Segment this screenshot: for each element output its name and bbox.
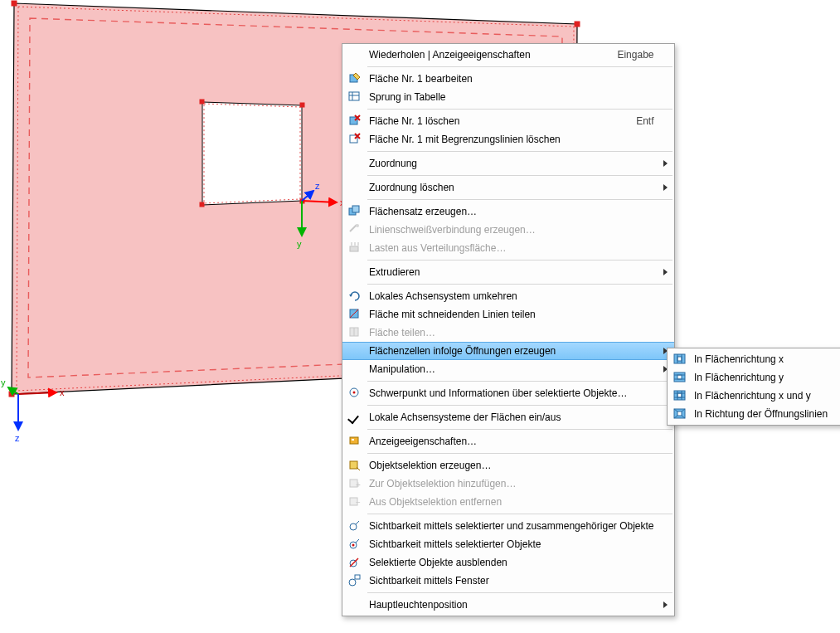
svg-rect-21	[349, 92, 359, 100]
submenu-dir-x[interactable]: In Flächenrichtung x	[668, 350, 840, 368]
svg-text:x: x	[60, 387, 65, 397]
menu-create-cells[interactable]: Flächenzellen infolge Öffnungen erzeugen	[342, 342, 674, 360]
svg-rect-7	[200, 202, 204, 207]
edit-surface-icon	[346, 70, 364, 88]
split-surface-icon	[346, 305, 364, 324]
remove-selection-icon: −	[346, 493, 364, 511]
cells-y-icon	[671, 368, 689, 387]
menu-hide-selected[interactable]: Selektierte Objekte ausblenden	[342, 553, 674, 572]
reverse-axes-icon	[346, 287, 364, 305]
cells-opening-icon	[671, 405, 689, 423]
menu-visibility-selected[interactable]: Sichtbarkeit mittels selektierter Objekt…	[342, 535, 674, 553]
svg-text:−: −	[356, 498, 361, 507]
svg-point-35	[353, 392, 356, 394]
svg-point-50	[349, 579, 356, 586]
svg-rect-57	[677, 375, 682, 379]
load-area-icon	[346, 239, 364, 257]
obj-selection-icon	[346, 456, 364, 475]
menu-delete-assign[interactable]: Zuordnung löschen	[342, 178, 674, 197]
svg-line-14	[18, 392, 56, 394]
menu-loads-from-area: Lasten aus Verteilungsfläche…	[342, 239, 674, 257]
menu-repeat[interactable]: Wiederholen | Anzeigeeigenschaften Einga…	[342, 46, 674, 64]
menu-jump-table[interactable]: Sprung in Tabelle	[342, 88, 674, 106]
svg-text:z: z	[15, 433, 20, 443]
svg-rect-5	[300, 103, 304, 107]
menu-assign[interactable]: Zuordnung	[342, 154, 674, 173]
visibility-window-icon	[346, 572, 364, 590]
opening-1-bbox	[204, 104, 300, 203]
divide-surface-icon	[346, 324, 364, 342]
blank-icon	[346, 342, 364, 360]
menu-main-light[interactable]: Hauptleuchtenposition	[342, 596, 674, 614]
svg-rect-29	[350, 246, 358, 251]
submenu-create-cells: In Flächenrichtung x In Flächenrichtung …	[667, 348, 840, 426]
menu-delete-surface-lines[interactable]: Fläche Nr. 1 mit Begrenzungslinien lösch…	[342, 130, 674, 149]
opening-1[interactable]	[202, 102, 302, 205]
submenu-dir-y[interactable]: In Flächenrichtung y	[668, 368, 840, 387]
blank-icon	[346, 178, 364, 197]
menu-reverse-local[interactable]: Lokales Achsensystem umkehren	[342, 287, 674, 305]
cells-x-icon	[671, 350, 689, 368]
submenu-dir-xy[interactable]: In Flächenrichtung x und y	[668, 387, 840, 405]
svg-line-44	[356, 521, 359, 524]
submenu-dir-opening-lines[interactable]: In Richtung der Öffnungslinien	[668, 405, 840, 423]
svg-line-8	[302, 201, 337, 202]
svg-rect-38	[350, 461, 357, 469]
blank-icon	[346, 596, 364, 614]
svg-rect-61	[677, 393, 682, 397]
svg-rect-4	[200, 100, 204, 104]
svg-text:y: y	[297, 239, 302, 249]
menu-create-surface-set[interactable]: Flächensatz erzeugen…	[342, 202, 674, 221]
delete-surface-lines-icon	[346, 130, 364, 149]
menu-manipulation[interactable]: Manipulation…	[342, 360, 674, 378]
menu-visibility-window[interactable]: Sichtbarkeit mittels Fenster	[342, 572, 674, 590]
blank-icon	[346, 46, 364, 64]
svg-rect-6	[300, 199, 304, 203]
menu-extrude[interactable]: Extrudieren	[342, 263, 674, 281]
display-props-icon	[346, 432, 364, 450]
add-selection-icon: +	[346, 475, 364, 493]
surface-set-icon	[346, 202, 364, 221]
svg-line-16	[8, 387, 18, 394]
svg-line-49	[350, 558, 358, 567]
hide-selected-icon	[346, 553, 364, 572]
svg-point-28	[356, 224, 359, 227]
svg-rect-3	[9, 392, 14, 397]
visibility-related-icon	[346, 517, 364, 535]
blank-icon	[346, 263, 364, 281]
weld-icon	[346, 221, 364, 239]
svg-rect-1	[575, 22, 580, 27]
context-menu: Wiederholen | Anzeigeeigenschaften Einga…	[342, 43, 675, 616]
svg-rect-67	[677, 411, 682, 416]
svg-text:+: +	[356, 480, 361, 489]
menu-delete-surface[interactable]: Fläche Nr. 1 löschen Entf	[342, 112, 674, 130]
svg-rect-37	[352, 439, 354, 441]
menu-divide-surface: Fläche teilen…	[342, 324, 674, 342]
centroid-icon	[346, 384, 364, 402]
menu-create-obj-selection[interactable]: Objektselektion erzeugen…	[342, 456, 674, 475]
table-icon	[346, 88, 364, 106]
svg-text:z: z	[315, 181, 320, 191]
svg-point-47	[352, 544, 355, 547]
menu-visibility-related[interactable]: Sichtbarkeit mittels selektierter und zu…	[342, 517, 674, 535]
global-axis-triad: x y z	[1, 377, 65, 443]
svg-rect-27	[352, 206, 359, 212]
menu-remove-obj-selection: − Aus Objektselektion entfernen	[342, 493, 674, 511]
delete-surface-icon	[346, 112, 364, 130]
svg-rect-51	[355, 575, 360, 579]
svg-rect-53	[677, 357, 682, 361]
menu-split-intersect[interactable]: Fläche mit schneidenden Linien teilen	[342, 305, 674, 324]
blank-icon	[346, 360, 364, 378]
local-axis-triad: x y z	[297, 181, 345, 249]
svg-rect-0	[12, 1, 17, 6]
blank-icon	[346, 154, 364, 173]
svg-line-46	[356, 539, 359, 543]
cells-xy-icon	[671, 387, 689, 405]
menu-add-obj-selection: + Zur Objektselektion hinzufügen…	[342, 475, 674, 493]
menu-edit-surface[interactable]: Fläche Nr. 1 bearbeiten	[342, 70, 674, 88]
menu-centroid-info[interactable]: Schwerpunkt und Informationen über selek…	[342, 384, 674, 402]
menu-toggle-local-axes[interactable]: Lokale Achsensysteme der Flächen ein/aus	[342, 408, 674, 426]
menu-line-weld: Linienschweißverbindung erzeugen…	[342, 221, 674, 239]
svg-point-43	[350, 523, 357, 530]
menu-display-props[interactable]: Anzeigeeigenschaften…	[342, 432, 674, 450]
